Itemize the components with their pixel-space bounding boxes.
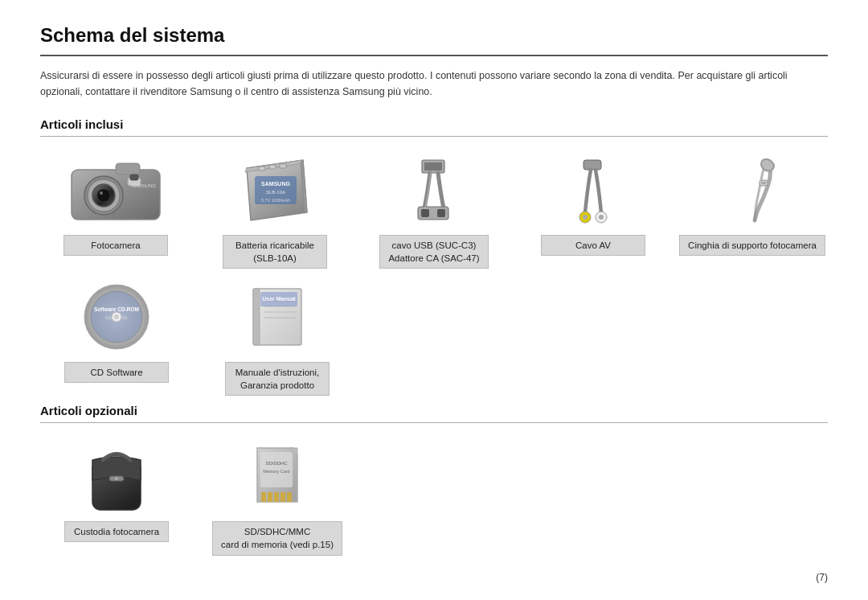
section-opzionali-divider xyxy=(40,422,828,423)
svg-text:SAMSUNG: SAMSUNG xyxy=(132,183,157,188)
manual-icon: User Manual xyxy=(241,281,313,353)
camera-image: SAMSUNG xyxy=(59,150,172,230)
svg-rect-55 xyxy=(280,492,285,502)
title-divider xyxy=(40,55,828,56)
svg-text:SD/SDHC: SD/SDHC xyxy=(265,461,288,466)
strap-icon xyxy=(724,156,780,224)
svg-rect-18 xyxy=(269,165,276,169)
battery-label: Batteria ricaricabile(SLB-10A) xyxy=(223,235,327,269)
strap-image xyxy=(696,150,809,230)
usb-image xyxy=(378,150,490,230)
fotocamera-label: Fotocamera xyxy=(63,235,168,256)
cd-image: Software CD-ROM SAMSUNG xyxy=(60,277,173,357)
page-title: Schema del sistema xyxy=(40,24,828,47)
battery-image: SAMSUNG SLB-10A 3.7V 1030mAh xyxy=(219,150,331,230)
svg-rect-40 xyxy=(253,289,260,345)
svg-rect-24 xyxy=(437,209,445,217)
svg-point-6 xyxy=(100,191,103,195)
svg-text:User Manual: User Manual xyxy=(262,296,296,302)
inclusi-row2: Software CD-ROM SAMSUNG CD Software xyxy=(40,277,828,396)
bag-image xyxy=(60,436,173,516)
bag-label: Custodia fotocamera xyxy=(64,521,169,542)
page-number: (7) xyxy=(40,572,828,583)
svg-point-5 xyxy=(97,189,110,202)
svg-text:Software CD-ROM: Software CD-ROM xyxy=(94,306,139,312)
camera-icon: SAMSUNG xyxy=(68,154,164,226)
item-sdcard: SD/SDHC Memory Card SD/SDHC/MMCcard di m… xyxy=(201,436,354,555)
svg-point-27 xyxy=(583,215,588,220)
av-icon xyxy=(557,156,629,224)
battery-icon: SAMSUNG SLB-10A 3.7V 1030mAh xyxy=(231,156,319,224)
svg-text:SAMSUNG: SAMSUNG xyxy=(261,181,290,187)
item-usb: cavo USB (SUC-C3)Adattore CA (SAC-47) xyxy=(358,150,510,269)
av-image xyxy=(537,150,649,230)
item-strap: Cinghia di supporto fotocamera xyxy=(677,150,828,256)
svg-rect-56 xyxy=(287,492,292,502)
svg-point-29 xyxy=(599,215,604,220)
usb-icon xyxy=(394,156,474,224)
item-bag: Custodia fotocamera xyxy=(40,436,193,542)
cd-icon: Software CD-ROM SAMSUNG xyxy=(76,281,157,353)
item-manual: User Manual Manuale d'istruzioni,Garanzi… xyxy=(201,277,354,396)
svg-rect-25 xyxy=(583,160,601,170)
svg-rect-1 xyxy=(116,163,140,175)
inclusi-row1: SAMSUNG Fotocamera SAMSUNG xyxy=(40,150,828,269)
svg-rect-17 xyxy=(259,166,265,171)
svg-rect-53 xyxy=(268,492,272,502)
sdcard-image: SD/SDHC Memory Card xyxy=(221,436,334,516)
item-fotocamera: SAMSUNG Fotocamera xyxy=(40,150,191,256)
usb-label: cavo USB (SUC-C3)Adattore CA (SAC-47) xyxy=(379,235,488,269)
cd-label: CD Software xyxy=(64,362,169,383)
svg-rect-23 xyxy=(421,209,429,217)
sdcard-label: SD/SDHC/MMCcard di memoria (vedi p.15) xyxy=(212,521,342,555)
svg-rect-21 xyxy=(424,162,442,171)
manual-label: Manuale d'istruzioni,Garanzia prodotto xyxy=(225,362,330,396)
svg-rect-54 xyxy=(274,492,279,502)
item-battery: SAMSUNG SLB-10A 3.7V 1030mAh Batteria ri… xyxy=(199,150,350,269)
svg-rect-52 xyxy=(261,492,266,502)
svg-rect-8 xyxy=(130,175,138,180)
section-opzionali-title: Articoli opzionali xyxy=(40,404,828,417)
opzionali-row: Custodia fotocamera xyxy=(40,436,828,555)
section-inclusi-divider xyxy=(40,136,828,137)
svg-text:Memory Card: Memory Card xyxy=(263,469,289,474)
manual-image: User Manual xyxy=(221,277,334,357)
svg-rect-31 xyxy=(761,182,766,184)
av-label: Cavo AV xyxy=(541,235,645,256)
svg-point-38 xyxy=(114,314,119,319)
intro-text: Assicurarsi di essere in possesso degli … xyxy=(40,68,828,100)
sdcard-icon: SD/SDHC Memory Card xyxy=(241,436,313,516)
item-cd: Software CD-ROM SAMSUNG CD Software xyxy=(40,277,193,383)
bag-icon xyxy=(80,436,153,516)
item-av: Cavo AV xyxy=(518,150,669,256)
svg-rect-19 xyxy=(280,164,286,168)
svg-text:3.7V 1030mAh: 3.7V 1030mAh xyxy=(261,198,290,203)
svg-text:SLB-10A: SLB-10A xyxy=(266,190,285,195)
section-inclusi-title: Articoli inclusi xyxy=(40,117,828,131)
svg-point-49 xyxy=(115,477,118,480)
strap-label: Cinghia di supporto fotocamera xyxy=(679,235,825,256)
